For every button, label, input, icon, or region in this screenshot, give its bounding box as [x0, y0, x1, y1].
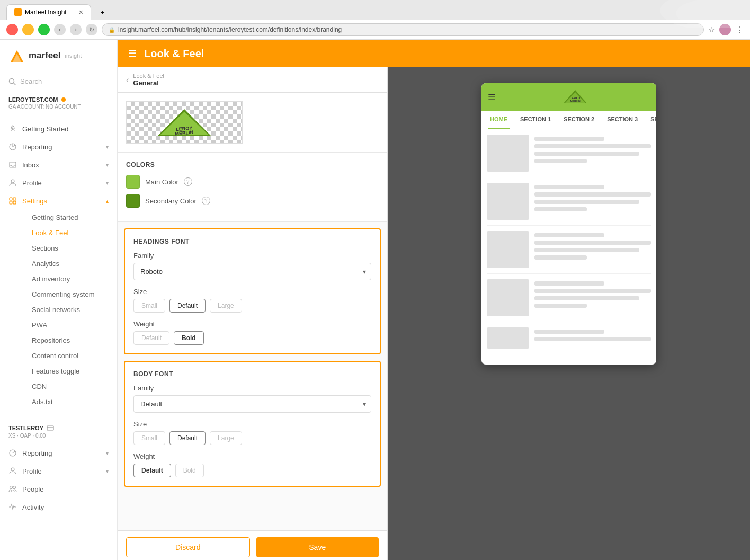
body-size-default-btn[interactable]: Default — [169, 431, 206, 445]
tab-close-button[interactable]: × — [79, 8, 83, 16]
body-family-label: Family — [133, 384, 371, 392]
breadcrumb-back-button[interactable]: ‹ — [126, 75, 129, 85]
headings-weight-default-btn[interactable]: Default — [133, 331, 169, 345]
url-bar[interactable]: 🔒 insight.marfeel.com/hub/insight/tenant… — [102, 23, 704, 36]
body-size-large-btn[interactable]: Large — [210, 431, 242, 445]
main-color-label: Main Color — [145, 178, 178, 186]
logo-text: marfeel — [29, 50, 60, 61]
headings-weight-bold-btn[interactable]: Bold — [174, 331, 204, 345]
browser-tab[interactable]: Marfeel Insight × — [6, 4, 91, 20]
phone-text-line — [534, 255, 587, 260]
phone-menu-icon: ☰ — [488, 92, 495, 102]
headings-weight-label: Weight — [133, 320, 371, 328]
browser-refresh-btn[interactable]: ↻ — [86, 24, 97, 35]
phone-preview: ☰ LEROY MERLIN HOME — [481, 83, 656, 365]
phone-card-image — [487, 231, 529, 268]
browser-minimize-btn[interactable] — [22, 24, 34, 35]
svg-point-7 — [11, 180, 14, 183]
sidebar2-item-people[interactable]: People — [0, 480, 117, 498]
tenant-name: LEROYTEST.COM — [8, 96, 109, 103]
sidebar-item-getting-started[interactable]: Getting Started — [0, 120, 117, 138]
logo-sub: insight — [65, 52, 82, 59]
submenu-item-pwa[interactable]: PWA — [23, 317, 117, 333]
body-family-select-wrapper: Default Roboto Arial Georgia ▾ — [133, 395, 371, 413]
sidebar-item-reporting[interactable]: Reporting ▾ — [0, 138, 117, 156]
secondary-color-swatch[interactable] — [126, 194, 140, 208]
submenu-item-sections[interactable]: Sections — [23, 241, 117, 256]
main-color-help-icon[interactable]: ? — [184, 177, 192, 186]
headings-size-default-btn[interactable]: Default — [169, 299, 206, 313]
breadcrumb: ‹ Look & Feel General — [118, 67, 387, 93]
save-bar: Discard Save — [118, 530, 387, 560]
top-header: ☰ Look & Feel — [118, 40, 750, 67]
browser-menu-icon[interactable]: ⋮ — [735, 25, 744, 35]
phone-header: ☰ LEROY MERLIN — [481, 83, 656, 111]
body-weight-default-btn[interactable]: Default — [133, 464, 171, 477]
phone-card-4 — [487, 279, 651, 322]
search-icon — [8, 78, 16, 85]
submenu-item-look-and-feel[interactable]: Look & Feel — [23, 225, 117, 241]
browser-forward-btn[interactable]: › — [70, 24, 82, 35]
browser-back-btn[interactable]: ‹ — [54, 24, 66, 35]
bookmark-star-icon[interactable]: ☆ — [708, 25, 715, 34]
phone-nav-home: HOME — [488, 111, 510, 129]
sidebar2-item-reporting[interactable]: Reporting ▾ — [0, 444, 117, 462]
preview-area: ☰ LEROY MERLIN HOME — [388, 67, 750, 560]
headings-size-large-btn[interactable]: Large — [210, 299, 242, 313]
submenu-item-ads-txt[interactable]: Ads.txt — [23, 394, 117, 410]
submenu-item-social[interactable]: Social networks — [23, 302, 117, 317]
tenant-icon — [47, 424, 54, 432]
body-size-small-btn[interactable]: Small — [133, 431, 165, 445]
submenu-item-analytics[interactable]: Analytics — [23, 256, 117, 271]
sidebar-item-profile[interactable]: Profile ▾ — [0, 174, 117, 192]
headings-family-select[interactable]: Roboto Arial Georgia Default — [133, 263, 371, 280]
phone-text-line — [534, 200, 639, 204]
sidebar2-item-activity[interactable]: Activity — [0, 498, 117, 516]
headings-size-small-btn[interactable]: Small — [133, 299, 165, 313]
user-avatar[interactable] — [719, 24, 731, 35]
phone-card-text — [534, 183, 651, 220]
secondary-color-help-icon[interactable]: ? — [202, 197, 210, 205]
submenu-item-cdn[interactable]: CDN — [23, 379, 117, 394]
submenu-item-commenting[interactable]: Commenting system — [23, 287, 117, 302]
tenant-ga-info: GA ACCOUNT: NO ACCOUNT — [8, 104, 109, 110]
phone-card-3 — [487, 231, 651, 274]
submenu-item-ad-inventory[interactable]: Ad inventory — [23, 271, 117, 287]
phone-card-image — [487, 327, 529, 349]
sidebar-divider — [0, 414, 117, 414]
main-color-swatch[interactable] — [126, 175, 140, 189]
submenu-item-getting-started[interactable]: Getting Started — [23, 210, 117, 225]
header-menu-icon[interactable]: ☰ — [128, 48, 137, 59]
save-button[interactable]: Save — [256, 537, 379, 557]
sidebar-item-label: Settings — [22, 197, 47, 205]
sidebar-search[interactable]: Search — [0, 72, 117, 91]
activity-icon — [8, 503, 17, 511]
browser-maximize-btn[interactable] — [38, 24, 50, 35]
discard-button[interactable]: Discard — [126, 537, 250, 557]
body-weight-bold-btn[interactable]: Bold — [175, 464, 204, 477]
browser-close-btn[interactable] — [6, 24, 18, 35]
svg-point-4 — [12, 128, 14, 129]
phone-text-line — [534, 289, 651, 293]
sidebar-item-settings[interactable]: Settings ▴ — [0, 192, 117, 210]
inbox-icon — [8, 161, 17, 169]
phone-text-line — [534, 152, 639, 156]
phone-nav-section2: SECTION 2 — [561, 111, 596, 129]
header-title: Look & Feel — [144, 48, 204, 60]
phone-logo: LEROY MERLIN — [559, 88, 591, 105]
body-family-select[interactable]: Default Roboto Arial Georgia — [133, 395, 371, 413]
sidebar-item-label: Inbox — [22, 161, 39, 169]
phone-nav: HOME SECTION 1 SECTION 2 SECTION 3 SECTI… — [481, 111, 656, 129]
submenu-item-features-toggle[interactable]: Features toggle — [23, 363, 117, 379]
new-tab-button[interactable]: + — [93, 6, 112, 20]
ssl-lock-icon: 🔒 — [109, 27, 115, 33]
sidebar-item-inbox[interactable]: Inbox ▾ — [0, 156, 117, 174]
phone-nav-section1: SECTION 1 — [518, 111, 553, 129]
sidebar2-item-profile[interactable]: Profile ▾ — [0, 462, 117, 480]
tenant-info: LEROYTEST.COM GA ACCOUNT: NO ACCOUNT — [0, 91, 117, 115]
settings-scroll-area[interactable]: LEROY MERLIN COLORS Main Color ? — [118, 93, 387, 530]
phone-text-line — [534, 159, 587, 163]
submenu-item-content-control[interactable]: Content control — [23, 348, 117, 363]
submenu-item-repositories[interactable]: Repositories — [23, 333, 117, 348]
logo-preview-box: LEROY MERLIN — [126, 101, 243, 144]
